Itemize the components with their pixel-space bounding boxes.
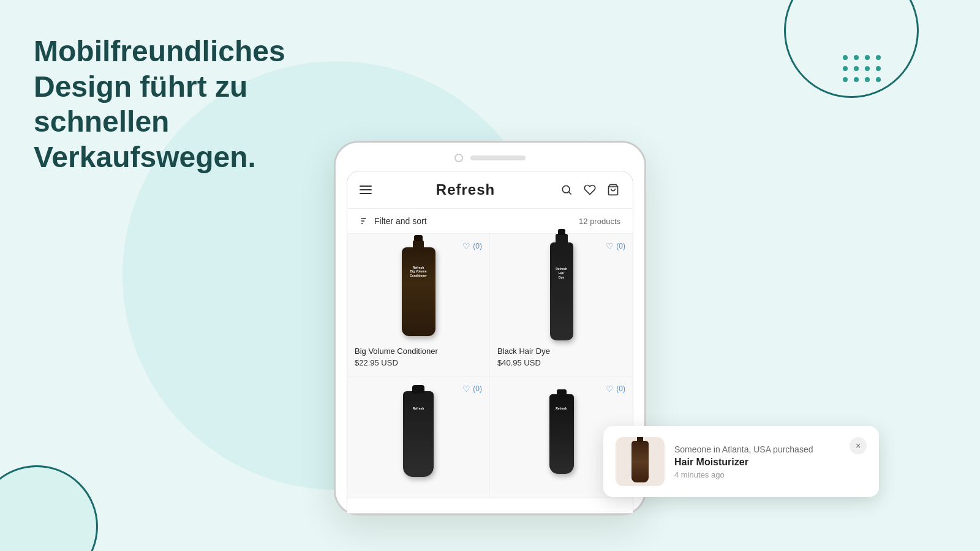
app-screen: Refresh <box>347 171 633 514</box>
svg-line-1 <box>569 192 571 195</box>
product-image-area-3: Refresh <box>355 385 482 483</box>
product-price-2: $40.95 USD <box>497 358 625 367</box>
product-bottle-big-volume: RefreshBig VolumeConditioner <box>402 247 435 336</box>
hamburger-menu-icon[interactable] <box>360 186 372 194</box>
phone-camera <box>454 154 463 162</box>
notification-product-name: Hair Moisturizer <box>674 457 840 468</box>
like-count-2: (0) <box>616 242 625 250</box>
product-image-area-1: RefreshBig VolumeConditioner <box>355 242 482 340</box>
phone-mockup: Refresh <box>334 141 646 515</box>
hamburger-line <box>360 186 372 187</box>
like-count-4: (0) <box>616 384 625 393</box>
product-image-area-2: RefreshHairDye <box>497 242 625 340</box>
headline: Mobilfreundliches Design führt zu schnel… <box>34 34 352 174</box>
notification-subtitle: Someone in Atlanta, USA purchased <box>674 444 840 454</box>
headline-line2: Verkaufswegen. <box>34 141 256 173</box>
notification-time: 4 minutes ago <box>674 470 840 479</box>
filter-icon <box>360 216 369 226</box>
notification-close-button[interactable]: × <box>850 437 867 454</box>
phone-speaker <box>470 156 526 160</box>
phone-outer: Refresh <box>334 141 646 515</box>
heart-like-icon-2: ♡ <box>606 241 614 251</box>
product-name-2: Black Hair Dye <box>497 347 625 356</box>
bg-circle-top-right <box>784 0 919 98</box>
bottle-label-2: RefreshHairDye <box>552 267 571 280</box>
notification-popup: Someone in Atlanta, USA purchased Hair M… <box>603 426 879 497</box>
heart-icon[interactable] <box>582 182 597 197</box>
product-like-3[interactable]: ♡ (0) <box>462 384 482 394</box>
heart-like-icon-1: ♡ <box>462 241 470 251</box>
close-icon: × <box>856 441 861 451</box>
svg-point-0 <box>562 186 570 193</box>
heart-like-icon-3: ♡ <box>462 384 470 394</box>
product-cell-3[interactable]: ♡ (0) Refresh <box>347 377 490 498</box>
phone-top-bar <box>347 154 633 162</box>
hamburger-line <box>360 193 372 194</box>
product-price-1: $22.95 USD <box>355 358 482 367</box>
like-count-3: (0) <box>473 384 482 393</box>
notification-text: Someone in Atlanta, USA purchased Hair M… <box>674 444 840 479</box>
bottle-label-1: RefreshBig VolumeConditioner <box>405 266 432 278</box>
filter-bar: Filter and sort 12 products <box>347 209 633 234</box>
bottle-label-4: Refresh <box>548 407 575 411</box>
filter-label: Filter and sort <box>374 216 427 226</box>
app-header: Refresh <box>347 171 633 209</box>
product-cell-1[interactable]: ♡ (0) RefreshBig VolumeConditioner Big V… <box>347 234 490 377</box>
like-count-1: (0) <box>473 242 482 250</box>
search-icon[interactable] <box>559 182 574 197</box>
heart-like-icon-4: ♡ <box>606 384 614 394</box>
product-cell-2[interactable]: ♡ (0) RefreshHairDye Black Hair Dye $40.… <box>490 234 633 377</box>
product-bottle-hair-dye: RefreshHairDye <box>550 242 573 340</box>
dot-grid-decoration <box>843 55 882 83</box>
product-bottle-tube2: Refresh <box>549 394 574 474</box>
product-like-1[interactable]: ♡ (0) <box>462 241 482 251</box>
product-count: 12 products <box>579 217 620 226</box>
headline-line1: Mobilfreundliches Design führt zu schnel… <box>34 35 285 138</box>
bag-icon[interactable] <box>606 182 620 197</box>
notification-product-image <box>616 437 665 486</box>
product-name-1: Big Volume Conditioner <box>355 347 482 356</box>
products-grid: ♡ (0) RefreshBig VolumeConditioner Big V… <box>347 234 633 498</box>
bottle-label-3: Refresh <box>405 407 432 411</box>
bg-circle-bottom-left <box>0 465 98 551</box>
notification-bottle-image <box>631 441 649 482</box>
filter-sort-button[interactable]: Filter and sort <box>360 216 427 226</box>
app-logo: Refresh <box>436 181 495 198</box>
header-icons-group <box>559 182 620 197</box>
product-like-4[interactable]: ♡ (0) <box>606 384 625 394</box>
hamburger-line <box>360 189 372 190</box>
product-bottle-tube: Refresh <box>403 391 434 477</box>
product-like-2[interactable]: ♡ (0) <box>606 241 625 251</box>
